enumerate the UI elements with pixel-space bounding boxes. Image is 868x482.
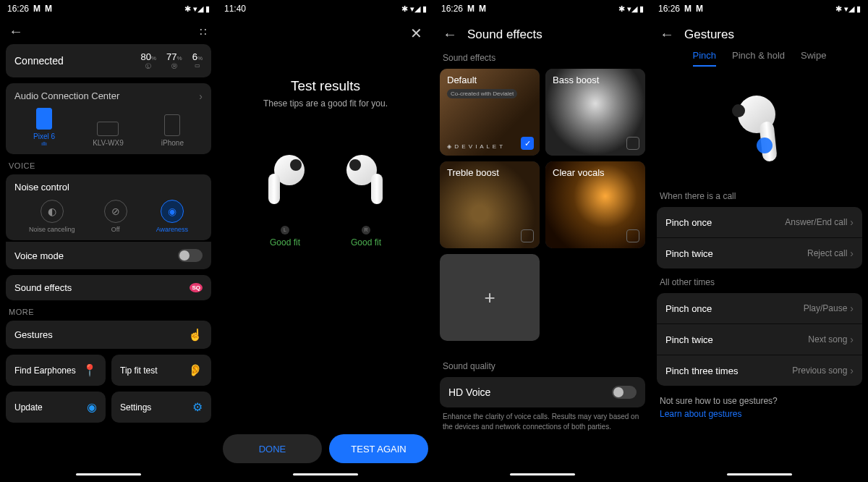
effect-clear-vocals[interactable]: Clear vocals xyxy=(545,161,645,248)
effect-default[interactable]: Default Co-created with Devialet ◈ D E V… xyxy=(440,69,540,156)
screen-fit-test: 11:40 ✱ ▾◢ ▮ ✕ Test results These tips a… xyxy=(217,0,434,482)
battery-left: 80 xyxy=(140,51,150,62)
gestures-label: Gestures xyxy=(14,329,53,340)
gesture-pinch-once-call[interactable]: Pinch onceAnswer/End call› xyxy=(657,207,862,238)
gesture-pinch-once[interactable]: Pinch oncePlay/Pause› xyxy=(657,293,862,324)
hd-voice-description: Enhance the clarity of voice calls. Resu… xyxy=(440,412,645,432)
status-bar: 11:40 ✱ ▾◢ ▮ xyxy=(217,0,434,17)
find-earphones-button[interactable]: Find Earphones📍 xyxy=(6,355,106,386)
effect-treble-boost[interactable]: Treble boost xyxy=(440,161,540,248)
chevron-right-icon: › xyxy=(850,248,854,259)
status-time: 16:26 xyxy=(441,4,463,14)
back-button[interactable]: ← xyxy=(443,26,457,43)
checkbox-icon xyxy=(626,229,639,242)
voice-mode-label: Voice mode xyxy=(14,250,64,261)
close-button[interactable]: ✕ xyxy=(410,25,422,42)
fit-right: Good fit xyxy=(341,237,391,248)
connected-label: Connected xyxy=(14,55,64,67)
sound-effects-label: Sound effects xyxy=(14,282,72,293)
gesture-pinch-twice-call[interactable]: Pinch twiceReject call› xyxy=(657,238,862,269)
section-call: When there is a call xyxy=(660,191,859,201)
section-voice: VOICE xyxy=(9,161,211,170)
case-icon: ▭ xyxy=(192,62,203,69)
screen-main: 16:26MM ✱ ▾◢ ▮ ← ∶∶ Connected 80%Ⓛ 77%Ⓡ … xyxy=(0,0,217,482)
status-time: 11:40 xyxy=(224,4,246,14)
voice-mode-row[interactable]: Voice mode xyxy=(6,242,211,269)
update-button[interactable]: Update◉ xyxy=(6,392,106,423)
effect-bass-boost[interactable]: Bass boost xyxy=(545,69,645,156)
not-sure-text: Not sure how to use gestures? xyxy=(660,396,859,406)
device-iphone[interactable]: iPhone xyxy=(161,114,184,147)
device-klv[interactable]: KLV-WX9 xyxy=(93,122,124,147)
status-icons: ✱ ▾◢ ▮ xyxy=(618,4,644,14)
sound-effects-row[interactable]: Sound effects SQ xyxy=(6,275,211,300)
status-icons: ✱ ▾◢ ▮ xyxy=(184,4,210,14)
checkbox-icon xyxy=(626,137,639,150)
nav-pill[interactable] xyxy=(76,473,141,475)
fit-left: Good fit xyxy=(260,237,310,248)
nav-pill[interactable] xyxy=(510,473,575,475)
status-bar: 16:26MM ✱ ▾◢ ▮ xyxy=(434,0,651,17)
update-icon: ◉ xyxy=(87,400,97,414)
device-pixel6[interactable]: Pixel 6ıllı xyxy=(33,108,55,147)
earbud-gesture-image xyxy=(731,96,788,168)
gesture-icon: ☝ xyxy=(188,328,203,342)
ear-icon: 👂 xyxy=(188,363,203,377)
gmail-icon: M xyxy=(467,4,475,14)
l-indicator: L xyxy=(281,226,289,234)
menu-button[interactable]: ∶∶ xyxy=(200,26,208,38)
checkbox-icon xyxy=(521,229,534,242)
chevron-right-icon: › xyxy=(850,334,854,345)
chevron-right-icon: › xyxy=(850,303,854,314)
back-button[interactable]: ← xyxy=(9,23,23,40)
mode-awareness[interactable]: ◉Awareness xyxy=(156,200,188,233)
sq-badge-icon: SQ xyxy=(190,283,203,292)
gesture-pinch-twice[interactable]: Pinch twiceNext song› xyxy=(657,324,862,355)
noise-control-label: Noise control xyxy=(14,182,203,193)
mode-noise-canceling[interactable]: ◐Noise canceling xyxy=(29,200,75,233)
tab-pinch-hold[interactable]: Pinch & hold xyxy=(732,50,785,67)
test-again-button[interactable]: TEST AGAIN xyxy=(329,434,428,463)
status-time: 16:26 xyxy=(658,4,680,14)
audio-connection-center[interactable]: Audio Connection Center› Pixel 6ıllı KLV… xyxy=(6,83,211,154)
gesture-pinch-three[interactable]: Pinch three timesPrevious song› xyxy=(657,355,862,386)
section-more: MORE xyxy=(9,308,211,316)
chevron-right-icon: › xyxy=(199,90,203,102)
chevron-right-icon: › xyxy=(850,365,854,376)
section-sound-quality: Sound quality xyxy=(443,361,642,371)
gestures-row[interactable]: Gestures ☝ xyxy=(6,321,211,349)
nav-pill[interactable] xyxy=(293,473,358,475)
gmail-icon: M xyxy=(696,4,703,14)
settings-button[interactable]: Settings⚙ xyxy=(111,392,211,423)
learn-gestures-link[interactable]: Learn about gestures xyxy=(660,409,859,419)
screen-sound-effects: 16:26MM ✱ ▾◢ ▮ ← Sound effects Sound eff… xyxy=(434,0,651,482)
nav-pill[interactable] xyxy=(727,473,792,475)
tip-fit-test-button[interactable]: Tip fit test👂 xyxy=(111,355,211,386)
mode-off[interactable]: ⊘Off xyxy=(104,200,127,233)
battery-case: 6 xyxy=(192,51,197,62)
status-bar: 16:26MM ✱ ▾◢ ▮ xyxy=(0,0,217,17)
earbud-right: R Good fit xyxy=(341,152,391,248)
devialet-logo: ◈ D E V I A L E T xyxy=(447,143,503,150)
screen-gestures: 16:26MM ✱ ▾◢ ▮ ← Gestures Pinch Pinch & … xyxy=(651,0,868,482)
hd-voice-row[interactable]: HD Voice xyxy=(440,377,645,407)
gmail-icon: M xyxy=(684,4,692,14)
status-icons: ✱ ▾◢ ▮ xyxy=(835,4,861,14)
voice-mode-toggle[interactable] xyxy=(178,249,203,262)
noise-control-card: Noise control ◐Noise canceling ⊘Off ◉Awa… xyxy=(6,174,211,240)
back-button[interactable]: ← xyxy=(660,26,674,43)
gmail-icon: M xyxy=(33,4,41,14)
add-effect-button[interactable]: + xyxy=(440,254,540,341)
tab-swipe[interactable]: Swipe xyxy=(801,50,826,67)
page-title: Gestures xyxy=(684,28,734,42)
page-title: Sound effects xyxy=(467,28,542,42)
hd-voice-label: HD Voice xyxy=(448,386,490,398)
gmail-icon: M xyxy=(45,4,52,14)
tab-pinch[interactable]: Pinch xyxy=(693,50,717,67)
pin-icon: 📍 xyxy=(82,363,97,377)
done-button[interactable]: DONE xyxy=(223,434,322,463)
awareness-icon: ◉ xyxy=(161,200,184,223)
hd-voice-toggle[interactable] xyxy=(612,386,637,399)
r-indicator: R xyxy=(362,226,370,234)
results-subtitle: These tips are a good fit for you. xyxy=(230,98,421,109)
